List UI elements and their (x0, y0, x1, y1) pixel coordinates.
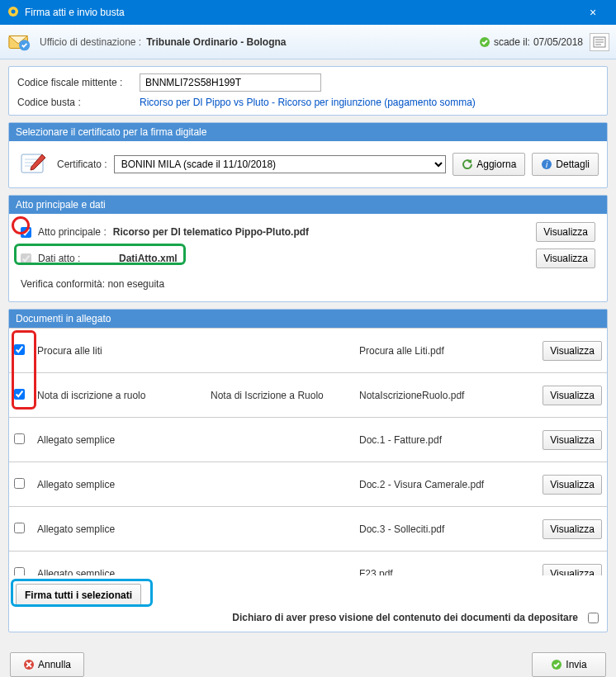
expiry-value: 07/05/2018 (533, 36, 583, 48)
codice-busta-value: Ricorso per DI Pippo vs Pluto - Ricorso … (140, 97, 476, 108)
codice-busta-label: Codice busta : (17, 97, 133, 108)
certificato-panel: Selezionare il certificato per la firma … (8, 122, 608, 188)
firma-tutti-button[interactable]: Firma tutti i selezionati (16, 584, 141, 607)
aggiorna-button[interactable]: Aggiorna (453, 153, 525, 176)
dichiarazione-checkbox[interactable] (588, 613, 599, 623)
allegato-type: Allegato semplice (37, 568, 202, 576)
allegati-scroll[interactable]: Procura alle litiProcura alle Liti.pdfVi… (9, 328, 607, 575)
allegato-checkbox[interactable] (14, 523, 25, 533)
allegato-file: F23.pdf (359, 568, 534, 576)
allegato-checkbox[interactable] (14, 344, 25, 355)
allegato-checkbox[interactable] (14, 567, 25, 576)
table-row: Nota di iscrizione a ruoloNota di Iscriz… (9, 373, 607, 418)
dati-atto-label: Dati atto : (38, 253, 112, 264)
bottom-button-bar: Annulla Invia (0, 646, 616, 677)
visualizza-allegato-button[interactable]: Visualizza (543, 475, 602, 495)
atto-principale-label: Atto principale : (38, 226, 107, 238)
table-row: Allegato sempliceF23.pdfVisualizza (9, 552, 607, 575)
allegato-checkbox[interactable] (14, 478, 25, 489)
document-view-button[interactable] (590, 33, 609, 51)
dichiarazione-label: Dichiaro di aver preso visione del conte… (232, 612, 578, 623)
window-title: Firma atti e invio busta (25, 7, 576, 18)
gear-icon (7, 5, 20, 21)
table-row: Allegato sempliceDoc.2 - Visura Camerale… (9, 462, 607, 507)
allegato-type: Procura alle liti (37, 345, 202, 357)
atto-header: Atto principale e dati (9, 196, 607, 214)
table-row: Allegato sempliceDoc.3 - Solleciti.pdfVi… (9, 507, 607, 552)
visualizza-allegato-button[interactable]: Visualizza (543, 341, 602, 361)
table-row: Allegato sempliceDoc.1 - Fatture.pdfVisu… (9, 418, 607, 462)
atto-principale-checkbox[interactable] (21, 227, 31, 238)
allegato-type: Allegato semplice (37, 523, 202, 535)
svg-point-1 (12, 9, 16, 13)
certificato-header: Selezionare il certificato per la firma … (9, 123, 607, 141)
codice-fiscale-input[interactable] (140, 73, 321, 92)
destination-label: Ufficio di destinazione : (40, 36, 141, 48)
expiry-label: scade il: (494, 36, 530, 48)
allegati-header: Documenti in allegato (9, 310, 607, 328)
allegato-file: Doc.3 - Solleciti.pdf (359, 523, 534, 535)
visualizza-allegato-button[interactable]: Visualizza (543, 564, 602, 576)
allegato-file: Procura alle Liti.pdf (359, 345, 534, 357)
atto-panel: Atto principale e dati Atto principale :… (8, 195, 608, 302)
visualizza-allegato-button[interactable]: Visualizza (543, 519, 602, 539)
allegato-desc: Nota di Iscrizione a Ruolo (211, 390, 351, 401)
visualizza-atto-button[interactable]: Visualizza (536, 222, 595, 242)
dati-atto-checkbox (21, 253, 31, 264)
codice-panel: Codice fiscale mittente : Codice busta :… (8, 66, 608, 116)
allegato-type: Nota di iscrizione a ruolo (37, 390, 202, 401)
codice-fiscale-label: Codice fiscale mittente : (17, 77, 133, 88)
pen-icon (17, 148, 50, 181)
invia-button[interactable]: Invia (532, 652, 606, 677)
verifica-conformita: Verifica conformità: non eseguita (21, 278, 164, 290)
visualizza-dati-button[interactable]: Visualizza (536, 249, 595, 268)
allegato-file: NotaIscrizioneRuolo.pdf (359, 390, 534, 401)
visualizza-allegato-button[interactable]: Visualizza (543, 430, 602, 450)
atto-principale-value: Ricorso per DI telematico Pippo-Pluto.pd… (113, 226, 309, 238)
dettagli-button[interactable]: i Dettagli (532, 153, 599, 176)
close-button[interactable]: × (576, 6, 609, 19)
allegato-type: Allegato semplice (37, 434, 202, 446)
allegato-file: Doc.1 - Fatture.pdf (359, 434, 534, 446)
allegato-checkbox[interactable] (14, 389, 25, 400)
annulla-button[interactable]: Annulla (10, 652, 84, 677)
expiry-info: scade il: 07/05/2018 (479, 36, 583, 48)
allegato-type: Allegato semplice (37, 479, 202, 490)
allegati-panel: Documenti in allegato Procura alle litiP… (8, 309, 608, 632)
table-row: Procura alle litiProcura alle Liti.pdfVi… (9, 329, 607, 373)
certificato-select[interactable]: BONINI MILA (scade il 11/10/2018) (114, 155, 447, 173)
destination-bar: Ufficio di destinazione : Tribunale Ordi… (0, 25, 616, 59)
allegato-file: Doc.2 - Visura Camerale.pdf (359, 479, 534, 490)
destination-value: Tribunale Ordinario - Bologna (146, 36, 286, 48)
certificato-label: Certificato : (57, 159, 107, 170)
window-titlebar: Firma atti e invio busta × (0, 0, 616, 25)
dati-atto-value: DatiAtto.xml (119, 253, 178, 264)
visualizza-allegato-button[interactable]: Visualizza (543, 386, 602, 405)
envelope-icon (7, 29, 33, 55)
allegato-checkbox[interactable] (14, 433, 25, 444)
